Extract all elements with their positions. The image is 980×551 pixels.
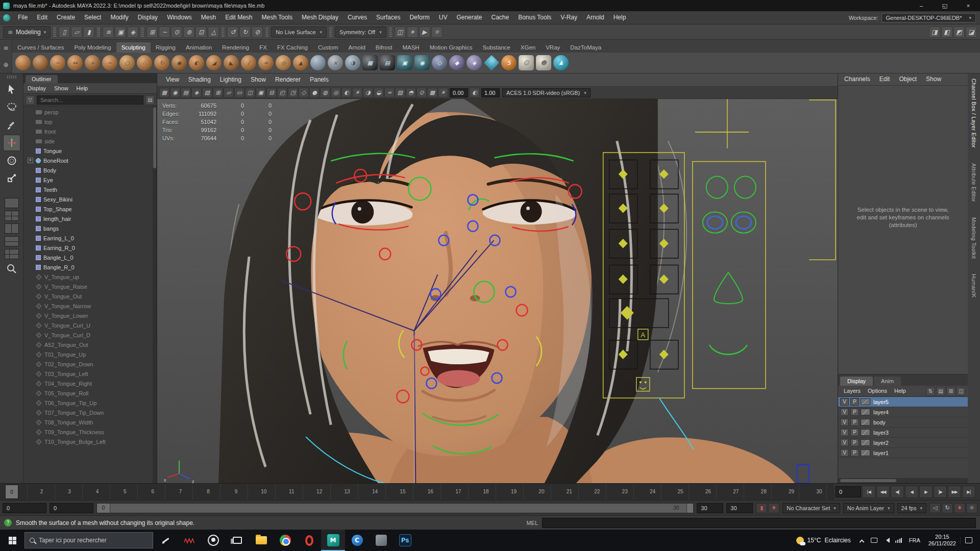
help-icon[interactable]: ? [4, 519, 12, 527]
shelf-tab-rendering[interactable]: Rendering [217, 42, 254, 53]
timeline-tick[interactable]: 2 [28, 484, 55, 500]
grip-divider[interactable] [389, 27, 392, 37]
zoom-layout-button[interactable] [3, 261, 20, 277]
timeline-tick[interactable]: 18 [472, 484, 500, 500]
loop-icon[interactable]: ↻ [942, 503, 953, 513]
range-slider-bar[interactable]: 0 30 [96, 503, 694, 513]
timeline-tick[interactable]: 26 [694, 484, 722, 500]
expander-icon[interactable] [28, 419, 33, 425]
scale-tool[interactable] [3, 170, 20, 187]
viewport-menu-shading[interactable]: Shading [184, 73, 215, 86]
play-backwards-button[interactable]: ◀ [905, 486, 918, 498]
expander-icon[interactable] [28, 216, 33, 221]
shelf-tab-custom[interactable]: Custom [313, 42, 344, 53]
sidebar-vertical-tab[interactable]: Attribute Editor [971, 163, 977, 202]
wireframe-icon[interactable]: ◇ [299, 88, 309, 97]
file-explorer-icon[interactable] [249, 530, 273, 551]
outliner-item[interactable]: T09_Tongue_Thickness [23, 427, 153, 437]
layer-playback-toggle[interactable]: P [850, 439, 859, 446]
language-indicator[interactable]: FRA [905, 537, 924, 543]
viewport-menu-show[interactable]: Show [246, 73, 271, 86]
expander-icon[interactable] [28, 109, 33, 115]
gamma-icon[interactable]: ◐ [470, 88, 480, 97]
timeline-tick[interactable]: 24 [639, 484, 666, 500]
pen-app-icon[interactable] [153, 530, 177, 551]
textured-icon[interactable]: ◍ [320, 88, 330, 97]
safe-title-icon[interactable]: ◳ [288, 88, 298, 97]
expander-icon[interactable] [28, 264, 33, 270]
timeline-tick[interactable]: 23 [611, 484, 639, 500]
grip-divider[interactable] [141, 27, 144, 37]
menu-surfaces[interactable]: Surfaces [372, 11, 405, 24]
channel-box-menu-object[interactable]: Object [895, 73, 921, 85]
network-icon[interactable] [893, 538, 905, 543]
layer-row[interactable]: V P layer4 [838, 407, 968, 417]
toolbox-grip[interactable] [7, 76, 17, 79]
timeline-tick[interactable]: 8 [194, 484, 222, 500]
expander-icon[interactable] [28, 361, 33, 367]
expander-icon[interactable] [28, 148, 33, 154]
outliner-item[interactable]: length_hair [23, 214, 153, 223]
imprint-tool-icon[interactable]: ◉ [172, 55, 187, 70]
expander-icon[interactable] [28, 332, 33, 338]
timeline-tick[interactable]: 7 [166, 484, 194, 500]
menu-bonus-tools[interactable]: Bonus Tools [513, 11, 556, 24]
layer-visibility-toggle[interactable]: V [840, 429, 849, 436]
layer-row[interactable]: V P layer1 [838, 448, 968, 458]
layer-sort-icon[interactable]: ⇅ [926, 387, 935, 396]
open-render-view-icon[interactable]: ◫ [395, 27, 406, 38]
layer-color-swatch[interactable] [861, 419, 870, 425]
outliner-tab[interactable]: Outliner [26, 75, 58, 83]
expander-icon[interactable] [28, 293, 33, 299]
freeze-tool-icon[interactable] [310, 55, 326, 70]
input-connections-icon[interactable]: ↺ [227, 27, 238, 38]
outliner-item[interactable]: T03_Tongue_Left [23, 369, 153, 379]
open-scene-icon[interactable]: ▱ [71, 27, 82, 38]
play-forwards-button[interactable]: ▶ [919, 486, 933, 498]
layer-row[interactable]: V P body [838, 417, 968, 428]
unknown-app-icon[interactable] [369, 530, 393, 551]
volume-icon[interactable] [880, 538, 893, 543]
camera-attributes-icon[interactable]: ▤ [181, 88, 191, 97]
shelf-tab-curves-surfaces[interactable]: Curves / Surfaces [12, 42, 69, 53]
bookmarks-icon[interactable]: ◈ [191, 88, 202, 97]
layout-single-pane-button[interactable] [5, 198, 19, 208]
expander-icon[interactable] [28, 274, 33, 280]
expander-icon[interactable] [28, 196, 33, 202]
shaded-icon[interactable]: ● [309, 88, 320, 97]
image-plane-icon[interactable]: ▧ [202, 88, 212, 97]
taskbar-search-input[interactable] [39, 537, 148, 544]
spray-tool-icon[interactable]: ∴ [137, 55, 152, 70]
shelf-tab-animation[interactable]: Animation [181, 42, 217, 53]
layout-three-pane-button[interactable] [5, 249, 19, 259]
screen-space-ao-icon[interactable]: ◒ [374, 88, 384, 97]
timeline-tick[interactable]: 28 [750, 484, 777, 500]
blend-tool-a-icon[interactable]: ◇ [432, 55, 447, 70]
outliner-menu-help[interactable]: Help [72, 83, 92, 93]
range-start-handle[interactable]: 0 [97, 504, 110, 513]
field-chart-icon[interactable]: ⊟ [266, 88, 277, 97]
outliner-scrollbar[interactable] [153, 106, 157, 483]
shelf-options-icon[interactable]: ⊕ [3, 61, 8, 68]
shelf-tab-rigging[interactable]: Rigging [151, 42, 181, 53]
display-icon[interactable] [868, 538, 880, 543]
expander-icon[interactable] [28, 119, 33, 124]
motion-blur-icon[interactable]: ≈ [384, 88, 395, 97]
camera-tool-a-icon[interactable]: ▣ [397, 55, 412, 70]
expander-icon[interactable] [28, 410, 33, 415]
layer-playback-toggle[interactable]: P [850, 398, 859, 406]
menu-curves[interactable]: Curves [343, 11, 372, 24]
outliner-item[interactable]: V_Tongue_Curl_D [23, 330, 153, 340]
menu-cache[interactable]: Cache [486, 11, 513, 24]
toggle-attribute-editor-icon[interactable]: ◨ [929, 27, 940, 38]
timeline-tick[interactable]: 17 [445, 484, 472, 500]
minimize-button[interactable]: – [910, 0, 933, 11]
outliner-item[interactable]: front [23, 127, 153, 136]
menu-display[interactable]: Display [133, 11, 162, 24]
rotate-tool[interactable] [3, 153, 20, 169]
search-options-icon[interactable]: ▤ [145, 95, 155, 105]
outliner-item[interactable]: V_Tongue_Lower [23, 311, 153, 320]
film-gate-icon[interactable]: ▭ [234, 88, 244, 97]
sidebar-vertical-tab[interactable]: Channel Box / Layer Editor [971, 79, 977, 148]
repeat-tool-icon[interactable]: ↻ [154, 55, 169, 70]
